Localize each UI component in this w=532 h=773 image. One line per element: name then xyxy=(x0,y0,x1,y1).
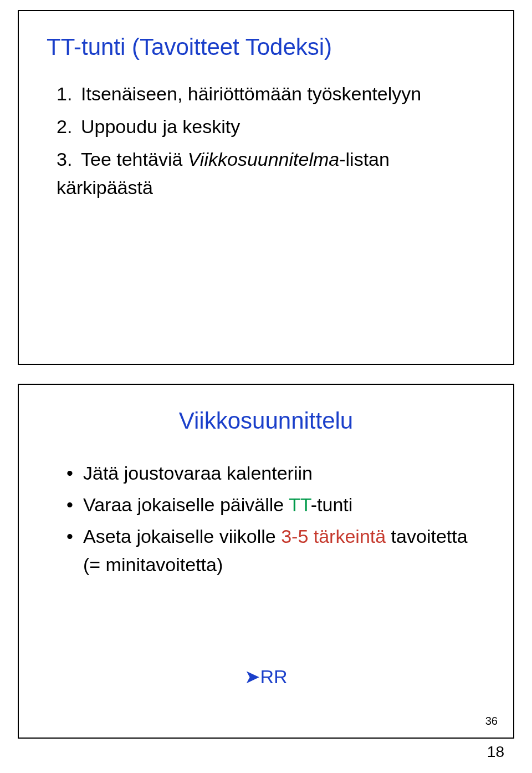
list-text: Jätä joustovaraa kalenteriin xyxy=(83,462,313,484)
slide-2-list: Jätä joustovaraa kalenteriin Varaa jokai… xyxy=(47,459,485,579)
slide-1: TT-tunti (Tavoitteet Todeksi) 1.Itsenäis… xyxy=(18,10,514,365)
list-text-pre: Aseta jokaiselle viikolle xyxy=(83,526,281,547)
list-item: Aseta jokaiselle viikolle 3-5 tärkeintä … xyxy=(66,522,485,579)
list-text: Itsenäiseen, häiriöttömään työskentelyyn xyxy=(81,83,421,104)
list-item: Varaa jokaiselle päivälle TT-tunti xyxy=(66,491,485,519)
list-text-highlight: 3-5 tärkeintä xyxy=(281,526,386,547)
slide-2-title: Viikkosuunnittelu xyxy=(47,407,485,435)
rr-label: RR xyxy=(260,666,287,687)
list-text-pre: Tee tehtäviä xyxy=(81,149,188,170)
list-marker: 1. xyxy=(57,80,81,108)
list-item: Jätä joustovaraa kalenteriin xyxy=(66,459,485,487)
list-text-emphasis: Viikkosuunnitelma xyxy=(188,149,339,170)
slide-1-title: TT-tunti (Tavoitteet Todeksi) xyxy=(47,33,485,61)
slide-1-list: 1.Itsenäiseen, häiriöttömään työskentely… xyxy=(47,80,485,202)
list-item: 3.Tee tehtäviä Viikkosuunnitelma-listan … xyxy=(57,145,485,202)
slide-2: Viikkosuunnittelu Jätä joustovaraa kalen… xyxy=(18,384,514,739)
list-text-pre: Varaa jokaiselle päivälle xyxy=(83,494,289,515)
slide-number: 36 xyxy=(485,715,498,728)
page-number: 18 xyxy=(487,743,504,761)
list-marker: 2. xyxy=(57,113,81,141)
list-item: 1.Itsenäiseen, häiriöttömään työskentely… xyxy=(57,80,485,108)
list-text-post: -tunti xyxy=(311,494,353,515)
list-marker: 3. xyxy=(57,145,81,174)
list-text: Uppoudu ja keskity xyxy=(81,116,240,137)
chevron-right-icon: ➤ xyxy=(244,666,260,687)
list-item: 2.Uppoudu ja keskity xyxy=(57,113,485,141)
rr-footer: ➤RR xyxy=(19,665,513,688)
list-text-highlight: TT xyxy=(289,494,311,515)
